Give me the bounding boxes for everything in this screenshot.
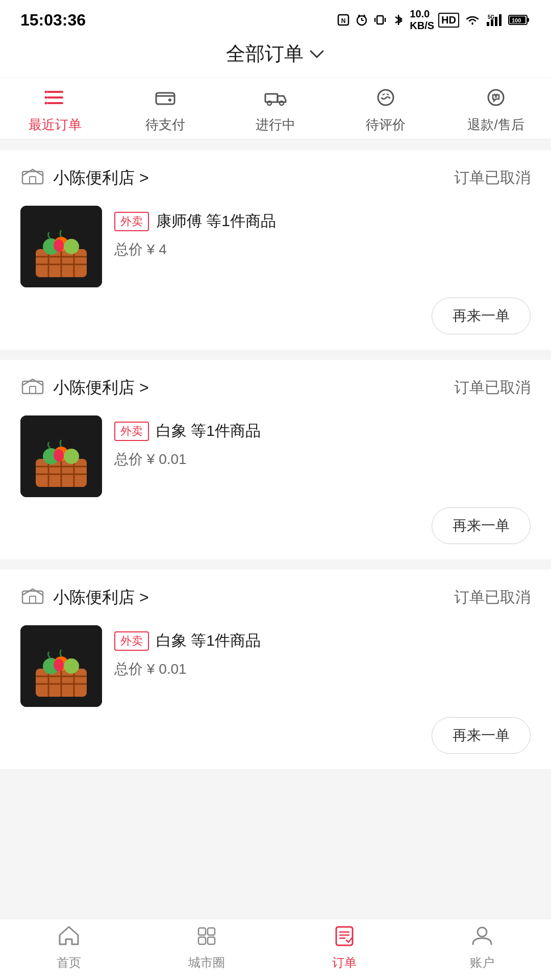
item-title-row-2: 外卖 白象 等1件商品 xyxy=(114,421,531,442)
network-speed: 10.0KB/S xyxy=(410,8,434,32)
svg-rect-76 xyxy=(208,928,215,935)
svg-line-33 xyxy=(387,94,389,95)
reorder-button-2[interactable]: 再来一单 xyxy=(432,507,531,544)
nfc-icon: N xyxy=(336,13,350,27)
refund-icon: ¥ xyxy=(485,88,507,112)
svg-rect-12 xyxy=(491,19,493,26)
delivery-badge-3: 外卖 xyxy=(114,631,149,651)
svg-line-32 xyxy=(383,94,385,95)
svg-rect-17 xyxy=(527,18,529,22)
tab-refund-label: 退款/售后 xyxy=(467,116,524,134)
list-icon xyxy=(44,88,66,112)
alarm-icon xyxy=(355,13,369,27)
nav-home-label: 首页 xyxy=(57,954,81,971)
vibrate-icon xyxy=(373,13,387,27)
delivery-badge-1: 外卖 xyxy=(114,212,149,231)
item-image-2 xyxy=(20,415,102,497)
order-item-2: 外卖 白象 等1件商品 总价 ¥ 0.01 xyxy=(20,415,531,497)
order-footer-3: 再来一单 xyxy=(20,717,531,754)
order-item-3: 外卖 白象 等1件商品 总价 ¥ 0.01 xyxy=(20,625,531,707)
item-title-row-1: 外卖 康师傅 等1件商品 xyxy=(114,211,531,232)
store-info-3[interactable]: 小陈便利店 > xyxy=(20,585,149,610)
reorder-button-3[interactable]: 再来一单 xyxy=(432,717,531,754)
account-icon xyxy=(470,924,494,951)
svg-rect-75 xyxy=(198,928,206,935)
city-icon xyxy=(194,924,219,951)
bottom-nav: 首页 城市圈 订单 账户 xyxy=(0,919,551,980)
item-price-3: 总价 ¥ 0.01 xyxy=(114,659,531,679)
tab-pending-review[interactable]: 待评价 xyxy=(331,88,441,134)
delivery-badge-2: 外卖 xyxy=(114,422,149,441)
svg-rect-50 xyxy=(30,386,36,394)
svg-point-30 xyxy=(280,101,284,105)
order-footer-1: 再来一单 xyxy=(20,298,531,334)
svg-point-73 xyxy=(64,658,79,674)
order-item-1: 外卖 康师傅 等1件商品 总价 ¥ 4 xyxy=(20,206,531,287)
svg-point-83 xyxy=(478,927,487,937)
item-name-1: 康师傅 等1件商品 xyxy=(156,211,276,232)
tab-in-progress[interactable]: 进行中 xyxy=(220,88,331,134)
svg-rect-26 xyxy=(156,93,174,104)
store-name-1: 小陈便利店 > xyxy=(53,167,149,189)
bluetooth-icon xyxy=(391,13,406,27)
store-icon-1 xyxy=(20,165,45,190)
svg-point-74 xyxy=(54,659,64,671)
item-details-2: 外卖 白象 等1件商品 总价 ¥ 0.01 xyxy=(114,415,531,469)
store-name-3: 小陈便利店 > xyxy=(53,586,149,609)
item-name-2: 白象 等1件商品 xyxy=(156,421,261,442)
orders-icon xyxy=(332,924,357,951)
item-details-3: 外卖 白象 等1件商品 总价 ¥ 0.01 xyxy=(114,625,531,679)
svg-rect-79 xyxy=(336,927,353,945)
home-icon xyxy=(57,924,81,951)
store-info-1[interactable]: 小陈便利店 > xyxy=(20,165,149,190)
store-info-2[interactable]: 小陈便利店 > xyxy=(20,375,149,400)
nav-home[interactable]: 首页 xyxy=(0,924,138,971)
svg-rect-63 xyxy=(30,596,36,603)
item-name-3: 白象 等1件商品 xyxy=(156,630,261,651)
order-status-2: 订单已取消 xyxy=(454,377,531,398)
tab-refund[interactable]: ¥ 退款/售后 xyxy=(441,88,551,134)
nav-city-label: 城市圈 xyxy=(188,954,225,971)
dropdown-arrow-icon xyxy=(309,49,325,59)
svg-point-24 xyxy=(45,96,47,99)
wifi-icon xyxy=(463,13,482,27)
signal-5g-icon: 5G xyxy=(486,13,504,27)
item-title-row-3: 外卖 白象 等1件商品 xyxy=(114,630,531,651)
status-bar: 15:03:36 N 10.0KB/S HD 5G 100 xyxy=(0,0,551,36)
svg-rect-78 xyxy=(208,937,215,944)
nav-orders-label: 订单 xyxy=(332,954,357,971)
status-time: 15:03:36 xyxy=(20,11,86,30)
reorder-button-1[interactable]: 再来一单 xyxy=(432,298,531,334)
nav-city[interactable]: 城市圈 xyxy=(138,924,276,971)
order-card-1: 小陈便利店 > 订单已取消 xyxy=(0,150,551,350)
nav-account[interactable]: 账户 xyxy=(413,924,551,971)
svg-point-23 xyxy=(45,91,47,93)
page-header: 全部订单 xyxy=(0,36,551,78)
order-header-2: 小陈便利店 > 订单已取消 xyxy=(20,375,531,400)
order-header-3: 小陈便利店 > 订单已取消 xyxy=(20,585,531,610)
item-price-2: 总价 ¥ 0.01 xyxy=(114,450,531,469)
tab-pending-pay-label: 待支付 xyxy=(145,116,185,134)
order-card-2: 小陈便利店 > 订单已取消 xyxy=(0,360,551,559)
nav-orders[interactable]: 订单 xyxy=(276,924,413,971)
svg-rect-77 xyxy=(198,937,206,944)
order-tabs: 最近订单 待支付 进行中 待评价 ¥ 退款/售后 xyxy=(0,78,551,140)
delivery-icon xyxy=(264,88,287,112)
svg-text:5G: 5G xyxy=(488,14,495,20)
svg-point-60 xyxy=(64,449,79,464)
store-name-2: 小陈便利店 > xyxy=(53,377,149,399)
order-card-3: 小陈便利店 > 订单已取消 xyxy=(0,570,551,769)
hd-badge: HD xyxy=(438,13,459,28)
tab-recent-orders[interactable]: 最近订单 xyxy=(0,88,110,134)
svg-rect-14 xyxy=(499,14,502,26)
order-footer-2: 再来一单 xyxy=(20,507,531,544)
svg-rect-28 xyxy=(265,94,278,102)
header-title[interactable]: 全部订单 xyxy=(226,41,325,67)
wallet-icon xyxy=(154,88,177,112)
svg-text:¥: ¥ xyxy=(494,92,498,100)
item-image-3 xyxy=(20,625,102,707)
svg-point-48 xyxy=(54,239,64,252)
tab-pending-pay[interactable]: 待支付 xyxy=(110,88,220,134)
item-image-1 xyxy=(20,206,102,287)
svg-rect-37 xyxy=(30,177,36,184)
